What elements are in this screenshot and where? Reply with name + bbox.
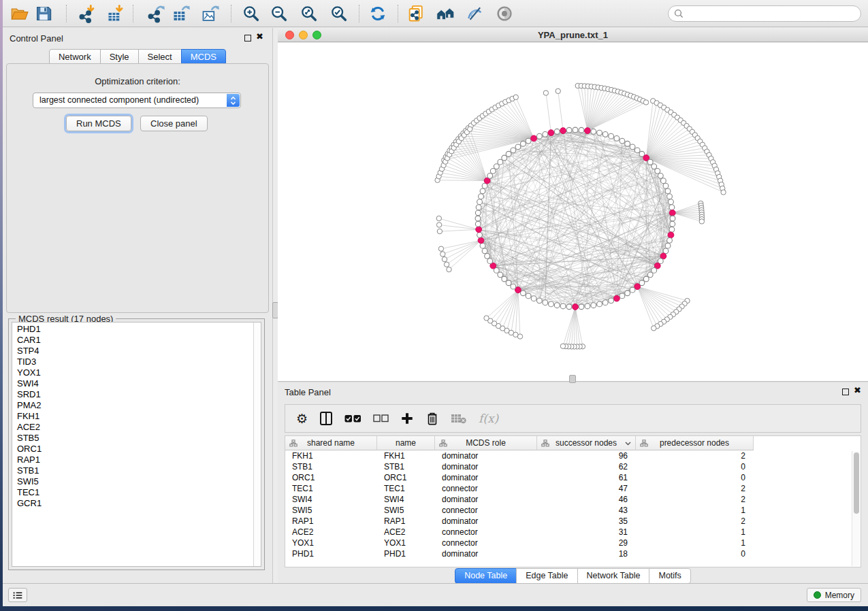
refresh-icon[interactable]: [368, 3, 388, 24]
mcds-result-item[interactable]: PHD1: [12, 324, 253, 335]
task-history-button[interactable]: [8, 588, 27, 602]
mcds-result-item[interactable]: PMA2: [12, 400, 253, 411]
table-cell: 46: [537, 494, 636, 505]
export-image-icon[interactable]: [200, 3, 221, 24]
memory-label: Memory: [825, 591, 854, 600]
table-cell: 43: [537, 505, 636, 516]
table-row[interactable]: ACE2ACE2connector311: [285, 527, 861, 538]
table-cell: 62: [537, 461, 636, 472]
import-network-icon[interactable]: [77, 3, 97, 24]
mcds-result-item[interactable]: FKH1: [12, 411, 253, 422]
import-table-icon[interactable]: [106, 3, 126, 24]
network-view-canvas[interactable]: [278, 43, 868, 381]
table-cell: 1: [636, 538, 754, 548]
export-network-icon[interactable]: [146, 3, 166, 24]
table-scrollbar[interactable]: [852, 451, 860, 566]
table-settings-gear-icon[interactable]: ⚙: [296, 412, 308, 425]
select-all-columns-icon[interactable]: [344, 414, 361, 423]
float-window-icon[interactable]: [244, 35, 251, 42]
zoom-in-icon[interactable]: [241, 3, 261, 24]
table-row[interactable]: FKH1FKH1dominator962: [285, 450, 861, 461]
criterion-dropdown-value: largest connected component (undirected): [39, 95, 199, 105]
table-cell: connector: [435, 483, 537, 494]
mcds-result-item[interactable]: SWI4: [12, 378, 253, 389]
dropdown-stepper-icon: [227, 94, 240, 107]
table-cell: YOX1: [377, 538, 435, 548]
delete-column-icon[interactable]: [425, 411, 439, 426]
table-cell: ACE2: [377, 527, 435, 538]
mcds-result-item[interactable]: STB1: [12, 465, 253, 476]
tab-motifs[interactable]: Motifs: [649, 568, 690, 584]
table-scrollbar-thumb[interactable]: [854, 452, 859, 514]
table-cell: 61: [537, 472, 636, 483]
table-toolbar: ⚙ f(x): [285, 404, 861, 433]
mcds-result-item[interactable]: TID3: [12, 357, 253, 367]
mcds-result-item[interactable]: TEC1: [12, 487, 253, 498]
mcds-result-item[interactable]: CAR1: [12, 335, 253, 346]
table-row[interactable]: TEC1TEC1connector472: [285, 483, 861, 494]
mcds-result-item[interactable]: SRD1: [12, 389, 253, 400]
function-builder-icon-disabled: f(x): [479, 412, 498, 425]
hide-graphics-details-icon[interactable]: [464, 3, 485, 24]
table-row[interactable]: ORC1ORC1dominator610: [285, 472, 861, 483]
add-column-icon[interactable]: [400, 412, 414, 425]
mcds-result-item[interactable]: YOX1: [12, 367, 253, 378]
table-cell: dominator: [435, 461, 537, 472]
table-row[interactable]: YOX1YOX1connector291: [285, 538, 861, 548]
run-mcds-button[interactable]: Run MCDS: [66, 116, 131, 131]
save-session-icon[interactable]: [33, 3, 54, 24]
table-cell: PHD1: [377, 548, 435, 559]
tab-network-table[interactable]: Network Table: [577, 568, 650, 584]
show-columns-icon[interactable]: [319, 411, 333, 426]
mcds-result-item[interactable]: SWI5: [12, 476, 253, 487]
table-row[interactable]: SWI4SWI4dominator462: [285, 494, 861, 505]
toolbar-separator: [398, 5, 398, 22]
mcds-list-scrollbar[interactable]: [253, 323, 261, 566]
mcds-result-item[interactable]: STB5: [12, 433, 253, 444]
zoom-selected-icon[interactable]: [329, 3, 349, 24]
table-cell: dominator: [435, 548, 537, 559]
table-cell: 2: [636, 516, 754, 527]
zoom-out-icon[interactable]: [269, 3, 289, 24]
table-body: FKH1FKH1dominator962STB1STB1dominator620…: [285, 450, 861, 559]
table-row[interactable]: SWI5SWI5connector431: [285, 505, 861, 516]
tab-edge-table[interactable]: Edge Table: [516, 568, 577, 584]
table-header-row: shared namenameMCDS rolesuccessor nodesp…: [285, 436, 861, 450]
criterion-dropdown[interactable]: largest connected component (undirected): [33, 93, 241, 108]
column-header-successor-nodes[interactable]: successor nodes: [537, 436, 636, 450]
horizontal-divider-handle[interactable]: [569, 375, 576, 383]
mcds-result-item[interactable]: RAP1: [12, 455, 253, 465]
export-table-icon[interactable]: [171, 3, 191, 24]
open-file-icon[interactable]: [10, 3, 30, 24]
table-row[interactable]: STB1STB1dominator620: [285, 461, 861, 472]
close-panel-button[interactable]: Close panel: [140, 116, 208, 131]
optimization-criterion-label: Optimization criterion:: [7, 76, 268, 86]
mcds-result-item[interactable]: GCR1: [12, 498, 253, 509]
table-row[interactable]: PHD1PHD1dominator180: [285, 548, 861, 559]
table-row[interactable]: RAP1RAP1dominator352: [285, 516, 861, 527]
float-window-icon[interactable]: [842, 389, 849, 395]
close-panel-icon[interactable]: ✖: [256, 31, 263, 42]
search-input[interactable]: [668, 5, 861, 22]
close-panel-icon[interactable]: ✖: [854, 385, 861, 395]
mcds-result-item[interactable]: ACE2: [12, 422, 253, 433]
table-cell: 0: [636, 472, 754, 483]
table-cell: RAP1: [285, 516, 377, 527]
column-header-predecessor-nodes[interactable]: predecessor nodes: [636, 436, 754, 450]
table-panel: Table Panel ✖ ⚙ f(x): [278, 383, 868, 583]
mcds-result-item[interactable]: STP4: [12, 346, 253, 357]
tab-node-table[interactable]: Node Table: [455, 568, 517, 584]
deselect-all-columns-icon[interactable]: [373, 414, 389, 423]
zoom-fit-icon[interactable]: [299, 3, 319, 24]
overview-houses-icon[interactable]: [435, 3, 455, 24]
column-header-shared-name[interactable]: shared name: [285, 436, 377, 450]
table-cell: SWI5: [377, 505, 435, 516]
column-header-MCDS-role[interactable]: MCDS role: [435, 436, 537, 450]
control-panel: Control Panel ✖ NetworkStyleSelectMCDS O…: [3, 28, 273, 583]
clone-network-icon[interactable]: [406, 3, 426, 24]
column-header-name[interactable]: name: [377, 436, 435, 450]
memory-button[interactable]: Memory: [807, 588, 861, 602]
show-graphics-details-icon[interactable]: [494, 3, 515, 24]
mcds-result-item[interactable]: ORC1: [12, 444, 253, 455]
table-cell: connector: [435, 505, 537, 516]
